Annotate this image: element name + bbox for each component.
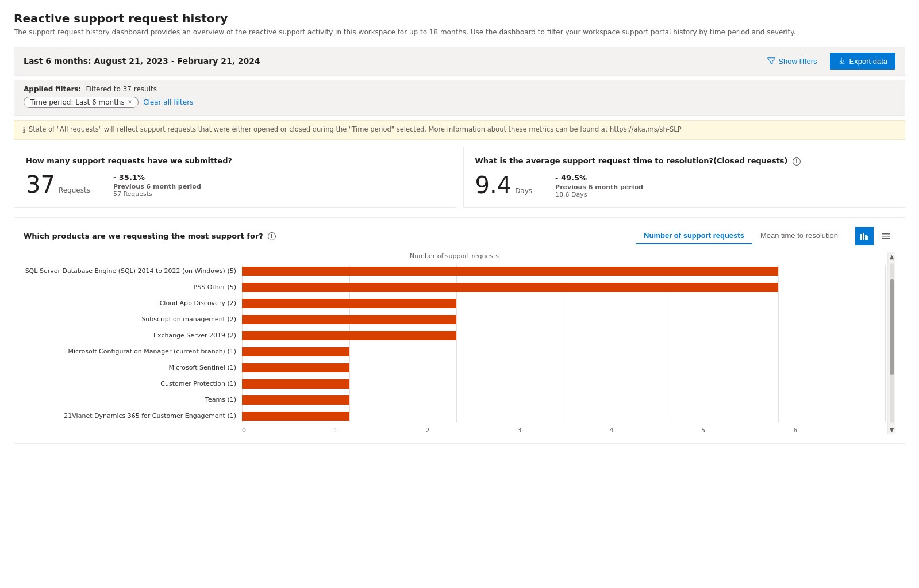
bar-fill bbox=[242, 412, 349, 421]
scroll-down-button[interactable]: ▼ bbox=[889, 425, 895, 434]
bar-track bbox=[242, 360, 885, 376]
chart-title-area: Which products are we requesting the mos… bbox=[24, 232, 276, 240]
metric-requests-prev-label: Previous 6 month period bbox=[113, 183, 201, 190]
svg-rect-6 bbox=[882, 238, 890, 239]
tab-mean-time-resolution[interactable]: Mean time to resolution bbox=[752, 228, 846, 244]
bar-row: Customer Protection (1) bbox=[24, 376, 885, 392]
metric-resolution-prev-value: 18.6 Days bbox=[555, 191, 643, 198]
metric-requests-body: 37 Requests - 35.1% Previous 6 month per… bbox=[26, 173, 444, 198]
bar-label: Microsoft Configuration Manager (current… bbox=[24, 348, 242, 355]
x-tick: 5 bbox=[701, 426, 793, 434]
bar-track bbox=[242, 328, 885, 344]
x-tick: 3 bbox=[518, 426, 610, 434]
bar-chart: SQL Server Database Engine (SQL) 2014 to… bbox=[24, 263, 885, 424]
metric-requests-primary: 37 Requests bbox=[26, 173, 90, 196]
bar-row: Cloud App Discovery (2) bbox=[24, 295, 885, 312]
metric-resolution-secondary: - 49.5% Previous 6 month period 18.6 Day… bbox=[555, 174, 643, 198]
bar-track bbox=[242, 279, 885, 295]
metric-requests-prev-value: 57 Requests bbox=[113, 190, 201, 198]
chart-area: Number of support requests SQL Server Da… bbox=[24, 252, 895, 434]
remove-filter-tag-button[interactable]: ✕ bbox=[128, 99, 132, 105]
bar-label: Microsoft Sentinel (1) bbox=[24, 364, 242, 371]
metric-resolution-change: - 49.5% bbox=[555, 174, 643, 182]
bar-fill bbox=[242, 395, 349, 405]
bar-row: SQL Server Database Engine (SQL) 2014 to… bbox=[24, 263, 885, 279]
chart-header: Which products are we requesting the mos… bbox=[24, 227, 895, 245]
x-tick: 6 bbox=[793, 426, 885, 434]
applied-filters-label: Applied filters: Filtered to 37 results bbox=[24, 85, 895, 93]
x-tick: 4 bbox=[609, 426, 701, 434]
menu-view-button[interactable] bbox=[877, 227, 895, 245]
bar-label: Customer Protection (1) bbox=[24, 380, 242, 387]
resolution-info-icon: i bbox=[793, 157, 801, 166]
svg-rect-2 bbox=[865, 235, 867, 240]
bar-fill bbox=[242, 283, 778, 292]
chart-view-icons bbox=[855, 227, 895, 245]
filter-icon bbox=[767, 57, 775, 65]
chart-axis-title: Number of support requests bbox=[24, 252, 885, 260]
scroll-up-button[interactable]: ▲ bbox=[889, 252, 895, 261]
svg-rect-5 bbox=[882, 236, 890, 237]
bar-row: Exchange Server 2019 (2) bbox=[24, 328, 885, 344]
bar-track bbox=[242, 376, 885, 392]
metric-requests-value: 37 bbox=[26, 173, 55, 196]
svg-rect-1 bbox=[863, 233, 864, 240]
bar-fill bbox=[242, 331, 456, 340]
chart-info-icon: i bbox=[268, 232, 276, 240]
scroll-thumb bbox=[890, 279, 894, 375]
bar-track bbox=[242, 295, 885, 312]
x-tick: 1 bbox=[334, 426, 426, 434]
show-filters-button[interactable]: Show filters bbox=[762, 53, 822, 69]
bar-fill bbox=[242, 267, 778, 276]
bar-row: Microsoft Configuration Manager (current… bbox=[24, 344, 885, 360]
metric-card-requests: How many support requests have we submit… bbox=[14, 147, 456, 208]
metric-requests-title: How many support requests have we submit… bbox=[26, 156, 444, 165]
info-icon: ℹ bbox=[22, 126, 25, 134]
tab-number-of-requests[interactable]: Number of support requests bbox=[636, 228, 752, 244]
metric-card-resolution: What is the average support request time… bbox=[463, 147, 906, 208]
page-title: Reactive support request history bbox=[14, 11, 905, 25]
svg-rect-4 bbox=[882, 233, 890, 235]
metric-requests-unit: Requests bbox=[59, 186, 90, 194]
bar-chart-icon bbox=[860, 232, 869, 241]
date-bar: Last 6 months: August 21, 2023 - Februar… bbox=[14, 47, 905, 76]
page-subtitle: The support request history dashboard pr… bbox=[14, 28, 905, 37]
clear-all-filters-link[interactable]: Clear all filters bbox=[143, 98, 193, 106]
bar-fill bbox=[242, 299, 456, 308]
bar-label: Teams (1) bbox=[24, 396, 242, 403]
bar-row: Microsoft Sentinel (1) bbox=[24, 360, 885, 376]
bar-track bbox=[242, 263, 885, 279]
chart-x-axis: 0123456 bbox=[242, 424, 885, 434]
metric-requests-change: - 35.1% bbox=[113, 173, 201, 182]
bar-track bbox=[242, 312, 885, 328]
bar-row: 21Vianet Dynamics 365 for Customer Engag… bbox=[24, 408, 885, 424]
menu-icon bbox=[882, 232, 891, 241]
time-period-filter-tag[interactable]: Time period: Last 6 months ✕ bbox=[24, 97, 139, 108]
bar-label: SQL Server Database Engine (SQL) 2014 to… bbox=[24, 267, 242, 275]
metric-resolution-value: 9.4 bbox=[475, 174, 512, 197]
date-bar-actions: Show filters Export data bbox=[762, 53, 895, 70]
bar-label: Subscription management (2) bbox=[24, 316, 242, 323]
bar-fill bbox=[242, 363, 349, 372]
metric-resolution-body: 9.4 Days - 49.5% Previous 6 month period… bbox=[475, 174, 894, 198]
bar-label: Exchange Server 2019 (2) bbox=[24, 332, 242, 339]
export-icon bbox=[838, 57, 846, 65]
info-banner: ℹ State of "All requests" will reflect s… bbox=[14, 120, 905, 140]
bar-row: Subscription management (2) bbox=[24, 312, 885, 328]
export-data-button[interactable]: Export data bbox=[830, 53, 896, 70]
bar-fill bbox=[242, 315, 456, 324]
x-tick: 0 bbox=[242, 426, 334, 434]
metric-requests-secondary: - 35.1% Previous 6 month period 57 Reque… bbox=[113, 173, 201, 198]
x-tick: 2 bbox=[426, 426, 518, 434]
bar-fill bbox=[242, 379, 349, 389]
filter-tags-row: Time period: Last 6 months ✕ Clear all f… bbox=[24, 97, 895, 108]
bar-label: Cloud App Discovery (2) bbox=[24, 299, 242, 307]
chart-scrollbar: ▲ ▼ bbox=[887, 252, 895, 434]
metric-resolution-unit: Days bbox=[515, 187, 532, 195]
svg-rect-0 bbox=[860, 234, 862, 240]
chart-title: Which products are we requesting the mos… bbox=[24, 232, 263, 240]
bar-chart-view-button[interactable] bbox=[855, 227, 874, 245]
bar-row: Teams (1) bbox=[24, 392, 885, 408]
filters-bar: Applied filters: Filtered to 37 results … bbox=[14, 80, 905, 116]
chart-section: Which products are we requesting the mos… bbox=[14, 217, 905, 444]
